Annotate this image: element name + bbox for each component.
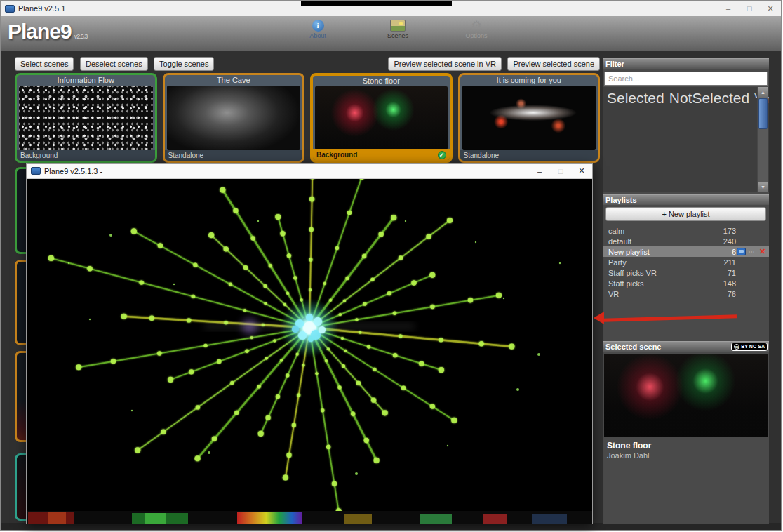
license-text: BY-NC-SA: [741, 342, 765, 352]
play-on-display-icon[interactable]: [737, 248, 746, 255]
playlist-row[interactable]: New playlist6∞✕: [603, 246, 769, 257]
playlist-count: 148: [723, 279, 736, 288]
about-icon: i: [312, 20, 324, 32]
nav-options[interactable]: ⚙ Options: [450, 20, 503, 39]
playlist-count: 71: [728, 269, 736, 277]
scene-tile-footer: Standalone: [165, 150, 303, 161]
cc-icon: cc: [734, 344, 740, 350]
playlist-name: VR: [608, 290, 619, 298]
playlist-row[interactable]: Party211: [603, 257, 769, 267]
gear-icon: ⚙: [469, 20, 484, 32]
loop-icon[interactable]: ∞: [747, 248, 756, 255]
app-icon: [5, 5, 15, 13]
preview-close-button[interactable]: ✕: [571, 164, 592, 178]
spectrum-strip: [27, 511, 592, 524]
preview-titlebar[interactable]: Plane9 v2.5.1.3 - – □ ✕: [27, 164, 592, 179]
scene-type-label: Background: [20, 152, 58, 159]
scene-type-label: Standalone: [168, 152, 204, 159]
scroll-up-icon[interactable]: ▲: [758, 87, 768, 98]
sidebar: Filter SelectedNotSelectedvrmellowForegr…: [603, 58, 769, 524]
preview-scene-button[interactable]: Preview selected scene: [507, 57, 600, 71]
minimize-button[interactable]: –: [718, 1, 739, 16]
playlist-row[interactable]: default240: [603, 236, 769, 246]
preview-maximize-button: □: [550, 164, 571, 178]
preview-window-title: Plane9 v2.5.1.3 -: [44, 167, 102, 175]
tag-scrollbar[interactable]: ▲ ▼: [757, 87, 768, 192]
new-playlist-button[interactable]: + New playlist: [605, 207, 766, 221]
scene-title: It is coming for you: [460, 75, 598, 86]
scene-thumbnail: [19, 86, 153, 150]
selected-scene-title: Stone floor: [607, 441, 651, 451]
playlist-name: calm: [608, 227, 624, 235]
selected-scene-header: Selected scene cc BY-NC-SA: [603, 341, 769, 352]
playlist-name: New playlist: [608, 248, 650, 256]
nav-about-label: About: [291, 32, 344, 39]
maximize-button[interactable]: □: [739, 1, 760, 16]
playlist-count: 211: [723, 258, 736, 267]
playlist-row[interactable]: VR76: [603, 288, 769, 299]
app-logo: Plane9v2.5.3: [8, 20, 87, 44]
delete-playlist-icon[interactable]: ✕: [758, 248, 767, 255]
preview-window: Plane9 v2.5.1.3 - – □ ✕: [26, 163, 593, 524]
preview-vr-button[interactable]: Preview selected scene in VR: [388, 57, 502, 71]
filter-tag[interactable]: NotSelected: [669, 90, 749, 106]
scene-thumbnail: [167, 86, 301, 150]
playlist-count: 6: [732, 248, 736, 256]
scenes-icon: [390, 20, 406, 32]
scene-tile-footer: Background✓: [313, 149, 450, 160]
playlist-name: Staff picks: [608, 279, 644, 288]
nav-about[interactable]: i About: [291, 20, 344, 39]
scene-type-label: Background: [316, 151, 357, 159]
playlist-count: 240: [723, 237, 736, 246]
selected-scene-header-label: Selected scene: [605, 342, 662, 352]
scene-thumbnail: [462, 86, 596, 150]
playlist-name: Staff picks VR: [608, 269, 657, 277]
visualization-canvas: [27, 179, 592, 524]
playlist-name: default: [608, 237, 631, 246]
scene-tile[interactable]: Stone floorBackground✓: [310, 73, 453, 163]
screen-artifact: [301, 1, 452, 6]
playlists-header: Playlists: [603, 194, 769, 205]
window-controls: – □ ✕: [718, 1, 781, 16]
selected-check-icon: ✓: [438, 151, 446, 159]
selected-scene-author: Joakim Dahl: [607, 451, 650, 460]
playlist-row[interactable]: Staff picks148: [603, 278, 769, 288]
playlist-row[interactable]: Staff picks VR71: [603, 267, 769, 278]
scene-type-label: Standalone: [464, 152, 500, 159]
starburst-graphic: [48, 179, 561, 514]
scroll-down-icon[interactable]: ▼: [758, 182, 768, 192]
scene-grid: Information FlowBackgroundThe CaveStanda…: [15, 73, 600, 163]
preview-window-controls: – □ ✕: [529, 164, 592, 178]
nav-options-label: Options: [450, 32, 503, 39]
window-title: Plane9 v2.5.1: [18, 4, 65, 13]
filter-tag-cloud: SelectedNotSelectedvrmellowForegroundBac…: [603, 87, 769, 192]
preview-visualization: [27, 179, 592, 524]
scene-tile-footer: Standalone: [460, 150, 598, 161]
selected-scene-thumbnail: [604, 354, 768, 437]
search-input[interactable]: [604, 72, 768, 86]
close-button[interactable]: ✕: [760, 1, 781, 16]
app-header: Plane9v2.5.3 i About Scenes ⚙ Options: [1, 16, 781, 51]
scene-tile[interactable]: It is coming for youStandalone: [458, 73, 601, 163]
scene-title: Stone floor: [313, 76, 450, 86]
scene-title: The Cave: [165, 75, 303, 86]
license-badge: cc BY-NC-SA: [731, 343, 768, 351]
nav-scenes[interactable]: Scenes: [371, 20, 424, 39]
filter-header: Filter: [603, 58, 769, 69]
scene-actions-right: Preview selected scene in VR Preview sel…: [1, 57, 600, 71]
playlist-row-icons: ∞✕: [737, 248, 767, 255]
scene-tile[interactable]: The CaveStandalone: [163, 73, 305, 163]
playlist-row[interactable]: calm173: [603, 225, 769, 236]
filter-tag[interactable]: Selected: [607, 90, 664, 106]
playlist-count: 173: [723, 227, 736, 235]
logo-text: Plane9: [8, 20, 72, 43]
scrollbar-thumb[interactable]: [758, 98, 768, 129]
scene-tile[interactable]: Information FlowBackground: [15, 73, 157, 163]
preview-minimize-button[interactable]: –: [529, 164, 550, 178]
playlist-count: 76: [728, 290, 736, 298]
nav-scenes-label: Scenes: [371, 32, 424, 39]
app-window: Plane9 v2.5.1 – □ ✕ Plane9v2.5.3 i About…: [0, 0, 782, 531]
playlist-name: Party: [608, 258, 627, 267]
preview-window-icon: [31, 167, 41, 175]
scene-tile-footer: Background: [17, 150, 155, 161]
